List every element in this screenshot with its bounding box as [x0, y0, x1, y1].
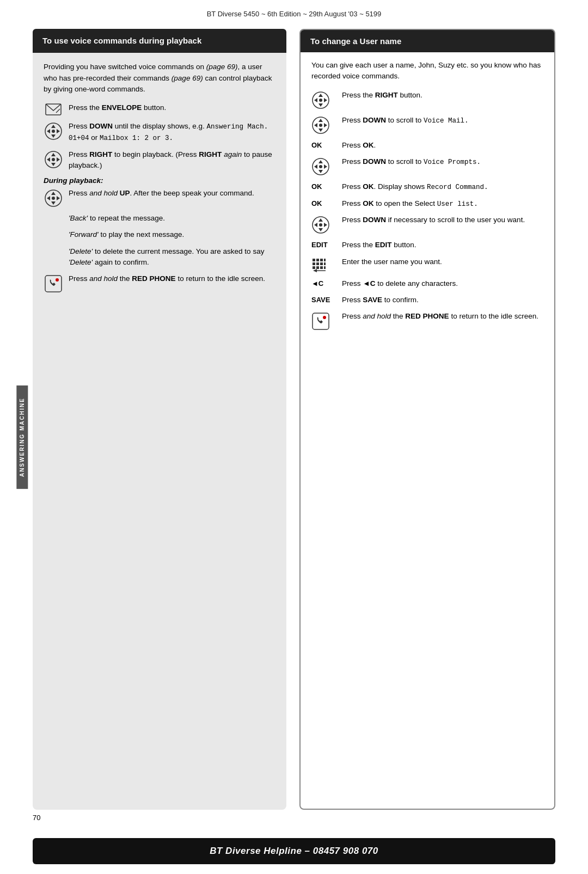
nav-circle-icon-3 [44, 189, 63, 207]
right-intro: You can give each user a name, John, Suz… [311, 60, 543, 82]
svg-rect-56 [320, 266, 323, 269]
step-forward-text: 'Forward' to play the next message. [69, 229, 275, 240]
grid-icon [311, 258, 336, 273]
svg-marker-35 [318, 160, 323, 163]
rstep-down-voiceprompts-text: Press DOWN to scroll to Voice Prompts. [342, 156, 543, 168]
page-number-row: 70 [33, 810, 555, 822]
page-wrapper: ANSWERING MACHINE BT Diverse 5450 ~ 6th … [0, 0, 588, 874]
svg-marker-37 [314, 164, 317, 169]
step-back-text: 'Back' to repeat the message. [69, 213, 275, 224]
svg-marker-17 [47, 196, 50, 200]
svg-marker-3 [51, 125, 56, 128]
back-c-label: ◄C [311, 279, 336, 288]
left-intro: Providing you have switched voice comman… [44, 62, 275, 95]
svg-point-45 [319, 223, 322, 227]
svg-rect-54 [313, 266, 315, 269]
svg-marker-24 [318, 103, 323, 107]
step-red-phone-left-text: Press and hold the RED PHONE to return t… [69, 273, 275, 284]
rstep-down-voicemail: Press DOWN to scroll to Voice Mail. [311, 115, 543, 135]
rstep-delete-char: ◄C Press ◄C to delete any characters. [311, 278, 543, 289]
rstep-down-voicemail-text: Press DOWN to scroll to Voice Mail. [342, 115, 543, 126]
rstep-ok3-text: Press OK to open the Select User list. [342, 198, 543, 210]
left-section-title: To use voice commands during playback [33, 29, 286, 53]
step-delete: 'Delete' to delete the current message. … [44, 246, 275, 268]
svg-marker-18 [57, 196, 60, 200]
step-hold-up-text: Press and hold UP. After the beep speak … [69, 188, 275, 199]
svg-marker-41 [318, 218, 323, 222]
step-down-display: Press DOWN until the display shows, e.g.… [44, 121, 275, 144]
nav-icon-r3 [311, 157, 336, 176]
red-phone-icon-left [44, 274, 63, 293]
svg-marker-29 [318, 119, 323, 122]
svg-line-1 [56, 109, 60, 113]
left-column: To use voice commands during playback Pr… [33, 29, 286, 810]
during-label: During playback: [44, 176, 275, 185]
svg-marker-30 [318, 129, 323, 132]
svg-marker-44 [324, 223, 327, 227]
right-body: You can give each user a name, John, Suz… [301, 52, 554, 336]
svg-marker-11 [47, 157, 50, 162]
svg-rect-55 [316, 266, 319, 269]
svg-point-7 [52, 130, 55, 133]
step-envelope: Press the ENVELOPE button. [44, 102, 275, 115]
rstep-down-voiceprompts: Press DOWN to scroll to Voice Prompts. [311, 156, 543, 176]
rstep-delete-char-text: Press ◄C to delete any characters. [342, 278, 543, 289]
svg-marker-58 [313, 269, 317, 272]
rstep-ok2-text: Press OK. Display shows Record Command. [342, 181, 543, 193]
helpline-bar: BT Diverse Helpline – 08457 908 070 [33, 838, 555, 864]
svg-rect-51 [316, 262, 319, 265]
svg-point-13 [52, 158, 55, 161]
edit-label: EDIT [311, 241, 336, 249]
rstep-right-btn-text: Press the RIGHT button. [342, 90, 543, 101]
red-phone-icon-right [311, 312, 336, 331]
step-right-playback-text: Press RIGHT to begin playback. (Press RI… [69, 149, 275, 172]
step-delete-text: 'Delete' to delete the current message. … [69, 246, 275, 268]
ok-label-3: OK [311, 199, 336, 207]
rstep-down-user-text: Press DOWN if necessary to scroll to the… [342, 215, 543, 225]
rstep-right-btn: Press the RIGHT button. [311, 90, 543, 109]
svg-rect-53 [324, 262, 326, 265]
svg-marker-38 [324, 164, 327, 169]
rstep-down-user: Press DOWN if necessary to scroll to the… [311, 215, 543, 234]
nav-icon-r4 [311, 216, 336, 234]
svg-marker-36 [318, 170, 323, 173]
step-right-playback: Press RIGHT to begin playback. (Press RI… [44, 149, 275, 172]
right-section-title: To change a User name [301, 30, 554, 52]
side-label: ANSWERING MACHINE [16, 386, 28, 489]
rstep-ok1: OK Press OK. [311, 140, 543, 151]
nav-icon-r1 [311, 91, 336, 109]
rstep-edit: EDIT Press the EDIT button. [311, 240, 543, 250]
header-title: BT Diverse 5450 ~ 6th Edition ~ 29th Aug… [207, 0, 382, 23]
svg-marker-5 [47, 129, 50, 133]
step-envelope-text: Press the ENVELOPE button. [69, 102, 275, 113]
step-forward: 'Forward' to play the next message. [44, 229, 275, 240]
svg-marker-32 [324, 123, 327, 127]
svg-marker-26 [324, 98, 327, 102]
nav-circle-icon-1 [44, 122, 63, 140]
svg-rect-49 [324, 259, 326, 261]
svg-point-19 [52, 197, 55, 200]
svg-rect-46 [313, 259, 315, 261]
rstep-save-text: Press SAVE to confirm. [342, 295, 543, 305]
ok-label-1: OK [311, 141, 336, 149]
left-body: Providing you have switched voice comman… [33, 53, 286, 298]
rstep-ok2: OK Press OK. Display shows Record Comman… [311, 181, 543, 193]
svg-marker-15 [51, 192, 56, 195]
svg-rect-57 [324, 266, 326, 269]
svg-marker-25 [314, 98, 317, 102]
svg-marker-10 [51, 163, 56, 166]
svg-point-39 [319, 165, 322, 168]
right-column: To change a User name You can give each … [299, 29, 555, 810]
svg-point-33 [319, 124, 322, 127]
svg-rect-48 [320, 259, 323, 261]
step-hold-up: Press and hold UP. After the beep speak … [44, 188, 275, 207]
rstep-enter-name-text: Enter the user name you want. [342, 256, 543, 267]
rstep-save: SAVE Press SAVE to confirm. [311, 295, 543, 305]
svg-rect-50 [313, 262, 315, 265]
rstep-red-phone-text: Press and hold the RED PHONE to return t… [342, 311, 543, 322]
main-content: To use voice commands during playback Pr… [33, 29, 555, 810]
svg-marker-42 [318, 228, 323, 231]
rstep-edit-text: Press the EDIT button. [342, 240, 543, 250]
svg-marker-23 [318, 94, 323, 97]
svg-marker-12 [57, 157, 60, 162]
